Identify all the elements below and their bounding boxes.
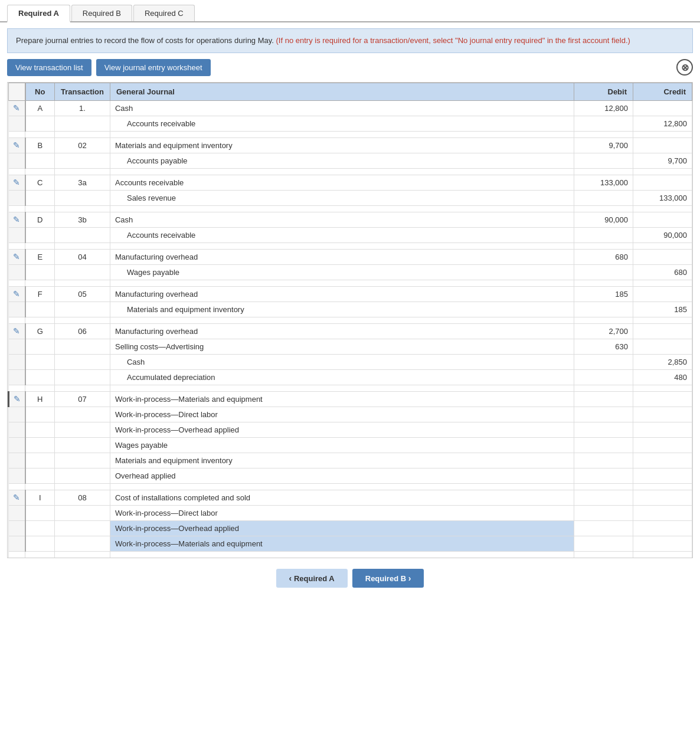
edit-cell[interactable]: ✎ — [9, 490, 25, 505]
credit-cell — [633, 391, 692, 407]
general-journal-cell: Sales revenue — [110, 190, 574, 205]
no-cell — [25, 369, 55, 385]
credit-cell — [633, 339, 692, 354]
debit-cell — [574, 153, 633, 168]
no-cell: F — [25, 286, 55, 302]
transaction-cell: 05 — [55, 286, 110, 302]
spacer-row — [9, 280, 692, 286]
spacer-row — [9, 205, 692, 212]
credit-cell — [633, 437, 692, 453]
edit-cell[interactable]: ✎ — [9, 286, 25, 302]
prev-button[interactable]: ‹ Required A — [276, 569, 348, 588]
credit-cell — [633, 175, 692, 190]
debit-cell: 185 — [574, 286, 633, 302]
table-row: Wages payable — [9, 437, 692, 453]
general-journal-cell: Accumulated depreciation — [110, 369, 574, 385]
transaction-cell: 3a — [55, 175, 110, 190]
general-journal-cell: Manufacturing overhead — [110, 249, 574, 264]
debit-cell — [574, 354, 633, 369]
table-row: Cash2,850 — [9, 354, 692, 369]
debit-cell — [574, 536, 633, 551]
col-general-journal: General Journal — [110, 83, 574, 100]
no-cell — [25, 520, 55, 536]
bottom-navigation: ‹ Required A Required B › — [0, 569, 700, 588]
table-row: Work-in-process—Materials and equipment — [9, 536, 692, 551]
general-journal-cell: Accounts receivable — [110, 116, 574, 131]
edit-cell[interactable]: ✎ — [9, 391, 25, 407]
no-cell — [25, 153, 55, 168]
col-debit: Debit — [574, 83, 633, 100]
pencil-icon[interactable]: ✎ — [14, 394, 21, 404]
transaction-cell — [55, 264, 110, 280]
transaction-cell — [55, 468, 110, 483]
transaction-cell — [55, 422, 110, 437]
debit-cell — [574, 190, 633, 205]
pencil-icon[interactable]: ✎ — [13, 178, 20, 187]
transaction-cell — [55, 339, 110, 354]
credit-cell — [633, 536, 692, 551]
no-cell — [25, 116, 55, 131]
pencil-icon[interactable]: ✎ — [13, 326, 20, 336]
view-journal-entry-worksheet-button[interactable]: View journal entry worksheet — [96, 59, 211, 76]
transaction-cell — [55, 369, 110, 385]
general-journal-cell: Cash — [110, 212, 574, 227]
close-button[interactable]: ⊗ — [676, 59, 693, 76]
no-cell: H — [25, 391, 55, 407]
pencil-icon[interactable]: ✎ — [13, 140, 20, 150]
table-row: Work-in-process—Overhead applied — [9, 422, 692, 437]
transaction-cell — [55, 302, 110, 317]
col-no: No — [25, 83, 55, 100]
edit-cell[interactable]: ✎ — [9, 212, 25, 227]
toolbar: View transaction list View journal entry… — [7, 59, 693, 76]
credit-cell — [633, 520, 692, 536]
credit-cell — [633, 249, 692, 264]
table-row: Accounts payable9,700 — [9, 153, 692, 168]
tab-required-c[interactable]: Required C — [133, 5, 195, 21]
credit-cell: 90,000 — [633, 227, 692, 243]
transaction-cell — [55, 520, 110, 536]
edit-cell[interactable]: ✎ — [9, 323, 25, 339]
pencil-icon[interactable]: ✎ — [13, 493, 20, 502]
pencil-icon[interactable]: ✎ — [13, 252, 20, 261]
general-journal-cell: Manufacturing overhead — [110, 286, 574, 302]
debit-cell: 630 — [574, 339, 633, 354]
no-cell: E — [25, 249, 55, 264]
debit-cell: 90,000 — [574, 212, 633, 227]
col-transaction: Transaction — [55, 83, 110, 100]
pencil-icon[interactable]: ✎ — [13, 103, 20, 113]
debit-cell — [574, 505, 633, 520]
general-journal-cell: Cash — [110, 354, 574, 369]
spacer-row — [9, 168, 692, 175]
no-cell — [25, 437, 55, 453]
view-transaction-list-button[interactable]: View transaction list — [7, 59, 91, 76]
general-journal-cell: Accounts payable — [110, 153, 574, 168]
spacer-row — [9, 243, 692, 249]
next-button[interactable]: Required B › — [352, 569, 424, 588]
tab-required-b[interactable]: Required B — [71, 5, 132, 21]
tab-required-a[interactable]: Required A — [7, 5, 70, 22]
transaction-cell: 07 — [55, 391, 110, 407]
edit-header — [9, 83, 25, 100]
debit-cell — [574, 437, 633, 453]
credit-cell: 680 — [633, 264, 692, 280]
transaction-cell — [55, 153, 110, 168]
instruction-box: Prepare journal entries to record the fl… — [7, 28, 693, 53]
edit-cell[interactable]: ✎ — [9, 100, 25, 116]
table-row: ✎E04Manufacturing overhead680 — [9, 249, 692, 264]
no-cell — [25, 190, 55, 205]
credit-cell — [633, 490, 692, 505]
credit-cell — [633, 323, 692, 339]
transaction-cell — [55, 536, 110, 551]
edit-cell[interactable]: ✎ — [9, 137, 25, 153]
edit-cell[interactable]: ✎ — [9, 175, 25, 190]
table-row: Overhead applied — [9, 468, 692, 483]
transaction-cell: 06 — [55, 323, 110, 339]
credit-cell — [633, 407, 692, 422]
edit-cell[interactable]: ✎ — [9, 249, 25, 264]
debit-cell — [574, 264, 633, 280]
pencil-icon[interactable]: ✎ — [13, 289, 20, 299]
pencil-icon[interactable]: ✎ — [13, 215, 20, 224]
general-journal-cell: Work-in-process—Overhead applied — [110, 422, 574, 437]
no-cell — [25, 339, 55, 354]
no-cell — [25, 536, 55, 551]
